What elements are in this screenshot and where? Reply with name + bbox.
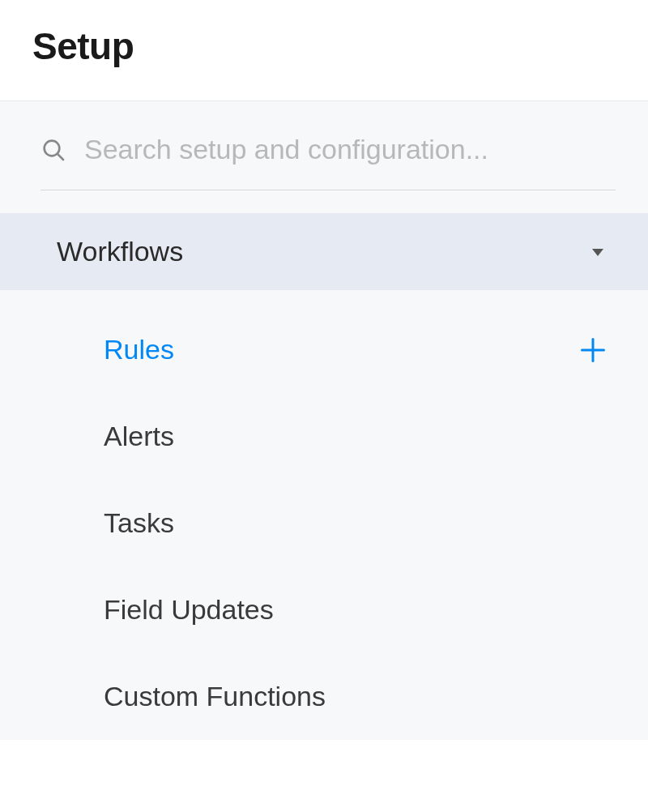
search-box[interactable] <box>40 134 616 190</box>
plus-icon[interactable] <box>578 335 608 365</box>
menu-item-alerts[interactable]: Alerts <box>0 393 648 480</box>
menu-item-label: Field Updates <box>104 594 274 626</box>
caret-down-icon <box>588 242 608 262</box>
section-header-workflows[interactable]: Workflows <box>0 213 648 290</box>
search-container <box>0 101 648 213</box>
menu-item-label: Alerts <box>104 421 174 452</box>
menu-item-label: Tasks <box>104 507 174 539</box>
page-title: Setup <box>32 24 616 68</box>
menu-item-label: Rules <box>104 334 174 365</box>
section-title: Workflows <box>57 236 183 267</box>
svg-marker-2 <box>592 249 603 256</box>
page-header: Setup <box>0 0 648 101</box>
menu-item-label: Custom Functions <box>104 681 326 712</box>
search-input[interactable] <box>84 134 616 165</box>
search-icon <box>40 137 66 163</box>
menu-item-field-updates[interactable]: Field Updates <box>0 566 648 653</box>
svg-line-1 <box>58 153 63 159</box>
menu-item-custom-functions[interactable]: Custom Functions <box>0 653 648 740</box>
menu-item-rules[interactable]: Rules <box>0 306 648 393</box>
menu-list: Rules Alerts Tasks Field Updates Custom … <box>0 290 648 740</box>
menu-item-tasks[interactable]: Tasks <box>0 480 648 566</box>
